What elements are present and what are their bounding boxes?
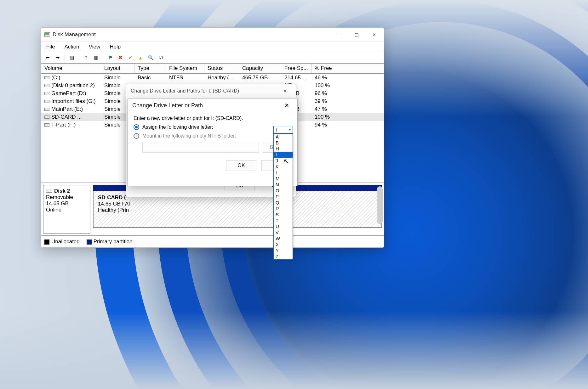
scrollbar-thumb[interactable]: [377, 186, 383, 224]
folder-up-icon[interactable]: ▲: [136, 53, 145, 62]
toolbar: ⬅ ➡ ▤ ? ▦ ⚑ ✖ ✔ ▲ 🔍 ☑: [41, 52, 384, 64]
col-capacity[interactable]: Capacity: [239, 64, 281, 73]
list-icon[interactable]: ☑: [156, 53, 165, 62]
app-icon: [44, 32, 50, 37]
mount-path-input: [142, 142, 259, 153]
combo-option[interactable]: U: [274, 223, 293, 229]
col-status[interactable]: Status: [204, 64, 239, 73]
combo-option[interactable]: Q: [274, 200, 293, 206]
volume-table-header: Volume Layout Type File System Status Ca…: [41, 64, 384, 74]
combo-option[interactable]: W: [274, 235, 293, 241]
chevron-down-icon: ▾: [289, 128, 291, 132]
minimize-button[interactable]: —: [331, 29, 348, 41]
titlebar: Disk Management — ▢ ✕: [41, 28, 384, 42]
menu-help[interactable]: Help: [109, 42, 121, 51]
combo-option[interactable]: T: [274, 217, 293, 223]
combo-option[interactable]: Z: [274, 253, 293, 259]
combo-selected[interactable]: I ▾: [273, 126, 293, 133]
combo-option[interactable]: V: [274, 229, 293, 235]
dlg1-title: Change Drive Letter and Paths for I: (SD…: [131, 88, 239, 94]
combo-option[interactable]: B: [274, 140, 293, 146]
disk-size: 14.65 GB: [46, 200, 88, 207]
refresh-icon[interactable]: ▦: [92, 53, 100, 62]
combo-option[interactable]: A: [274, 134, 293, 140]
col-volume[interactable]: Volume: [41, 64, 101, 73]
maximize-button[interactable]: ▢: [348, 29, 365, 41]
window-title: Disk Management: [53, 31, 96, 38]
dlg1-close-button[interactable]: ✕: [279, 85, 291, 97]
dlg2-ok-button[interactable]: OK: [226, 160, 256, 171]
table-row[interactable]: (C:)SimpleBasicNTFSHealthy (B...465.75 G…: [41, 74, 384, 82]
drive-letter-combo[interactable]: I ▾ ABHIJKLMNOPQRSTUVWXYZ: [273, 126, 293, 260]
drive-letter-dropdown[interactable]: ABHIJKLMNOPQRSTUVWXYZ: [273, 133, 293, 260]
combo-option[interactable]: I: [274, 152, 293, 158]
combo-option[interactable]: N: [274, 182, 293, 188]
partition-line3: Healthy (Prin: [98, 207, 377, 213]
col-layout[interactable]: Layout: [101, 64, 134, 73]
legend-primary: Primary partition: [94, 239, 133, 245]
legend-swatch-primary: [87, 240, 92, 245]
label-assign-letter: Assign the following drive letter:: [142, 124, 213, 130]
change-drive-letter-or-path-dialog: Change Drive Letter or Path ✕ Enter a ne…: [128, 98, 298, 186]
menu-file[interactable]: File: [46, 42, 55, 51]
combo-option[interactable]: H: [274, 146, 293, 152]
radio-mount-folder[interactable]: [134, 133, 139, 139]
combo-option[interactable]: O: [274, 188, 293, 194]
col-free[interactable]: Free Sp...: [281, 64, 311, 73]
combo-option[interactable]: Y: [274, 247, 293, 253]
forward-icon[interactable]: ➡: [53, 53, 62, 62]
col-type[interactable]: Type: [134, 64, 166, 73]
combo-option[interactable]: J: [274, 158, 293, 164]
legend-swatch-unallocated: [44, 240, 49, 245]
dlg2-title: Change Drive Letter or Path: [132, 102, 203, 109]
legend-unallocated: Unallocated: [51, 239, 80, 245]
properties-icon[interactable]: ✔: [126, 53, 135, 62]
combo-option[interactable]: L: [274, 170, 293, 176]
back-icon[interactable]: ⬅: [43, 53, 52, 62]
help-icon[interactable]: ?: [82, 53, 90, 62]
radio-assign-letter[interactable]: [134, 124, 139, 130]
disk-type: Removable: [46, 194, 88, 200]
dlg2-prompt: Enter a new drive letter or path for I: …: [134, 116, 292, 121]
menubar: File Action View Help: [41, 42, 384, 52]
legend: Unallocated Primary partition: [41, 236, 384, 247]
disk-info-panel[interactable]: Disk 2 Removable 14.65 GB Online: [43, 185, 90, 234]
find-icon[interactable]: 🔍: [146, 53, 155, 62]
disk-icon: [46, 189, 52, 193]
combo-value: I: [276, 127, 277, 132]
partition-title: SD-CARD (: [98, 194, 126, 200]
disk-state: Online: [46, 207, 88, 213]
close-button[interactable]: ✕: [365, 29, 383, 41]
show-hide-tree-icon[interactable]: ▤: [67, 53, 76, 62]
partition-line2: 14.65 GB FAT: [98, 201, 377, 207]
menu-view[interactable]: View: [88, 42, 101, 51]
col-pct[interactable]: % Free: [311, 64, 384, 73]
combo-option[interactable]: K: [274, 164, 293, 170]
combo-option[interactable]: M: [274, 176, 293, 182]
combo-option[interactable]: S: [274, 211, 293, 217]
dlg2-close-button[interactable]: ✕: [280, 100, 293, 111]
combo-option[interactable]: P: [274, 194, 293, 200]
disk-name: Disk 2: [54, 188, 70, 194]
delete-icon[interactable]: ✖: [116, 53, 125, 62]
col-filesystem[interactable]: File System: [166, 64, 204, 73]
combo-option[interactable]: R: [274, 206, 293, 211]
combo-option[interactable]: X: [274, 241, 293, 247]
settings-icon[interactable]: ⚑: [106, 53, 115, 62]
menu-action[interactable]: Action: [64, 42, 80, 51]
label-mount-folder: Mount in the following empty NTFS folder…: [142, 133, 236, 139]
